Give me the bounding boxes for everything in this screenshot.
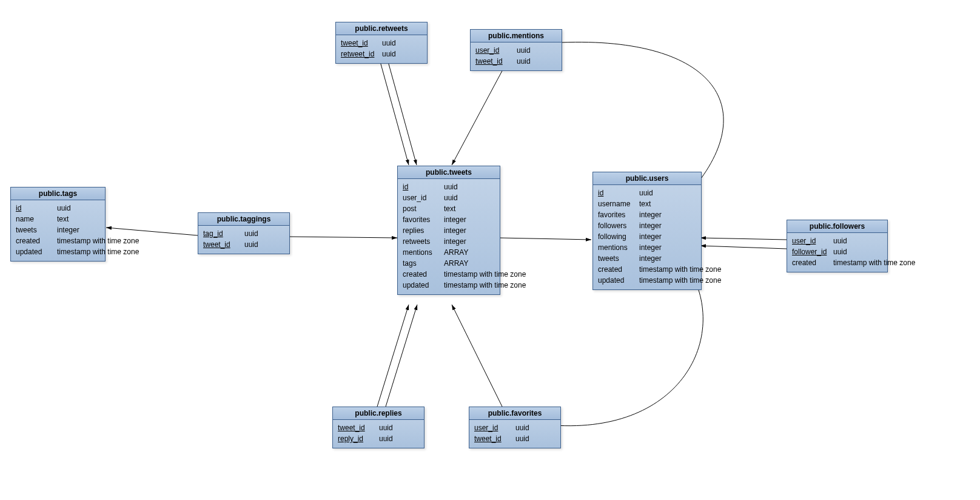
column-row: createdtimestamp with time zone [792,257,882,268]
entity-mentions[interactable]: public.mentions user_iduuidtweet_iduuid [470,29,562,71]
column-type: ARRAY [444,247,468,258]
column-row: iduuid [403,181,495,192]
column-name: user_id [403,192,438,203]
column-name: follower_id [792,246,827,257]
column-type: uuid [517,45,531,56]
column-type: integer [444,214,466,225]
column-name: user_id [474,422,509,433]
column-name: retweets [403,236,438,247]
entity-taggings[interactable]: public.taggings tag_iduuidtweet_iduuid [198,212,290,254]
column-name: updated [598,275,633,286]
entity-replies[interactable]: public.replies tweet_iduuidreply_iduuid [332,407,425,448]
column-row: tweetsinteger [598,253,696,264]
column-row: follower_iduuid [792,246,882,257]
column-name: favorites [598,209,633,220]
column-name: tweet_id [203,239,238,250]
column-row: tweet_iduuid [475,56,557,67]
column-row: updatedtimestamp with time zone [598,275,696,286]
column-name: id [598,187,633,198]
column-name: created [403,269,438,280]
column-row: tagsARRAY [403,258,495,269]
entity-body: tag_iduuidtweet_iduuid [198,226,289,254]
entity-body: iduuidnametexttweetsintegercreatedtimest… [11,200,105,261]
column-type: uuid [517,56,531,67]
column-type: uuid [382,38,396,49]
column-type: integer [444,236,466,247]
entity-users[interactable]: public.users iduuidusernametextfavorites… [592,172,702,290]
column-row: iduuid [598,187,696,198]
entity-header: public.favorites [469,407,560,420]
column-type: uuid [57,203,71,214]
column-type: timestamp with time zone [444,280,526,291]
column-type: text [444,203,455,214]
column-name: created [598,264,633,275]
column-row: user_iduuid [474,422,555,433]
column-type: integer [639,231,662,242]
entity-header: public.users [593,172,701,185]
column-row: tag_iduuid [203,228,284,239]
column-name: mentions [598,242,633,253]
column-name: created [792,257,827,268]
column-row: user_iduuid [403,192,495,203]
column-name: reply_id [338,433,373,444]
column-type: integer [639,220,662,231]
column-name: updated [16,246,51,257]
column-row: updatedtimestamp with time zone [403,280,495,291]
column-row: usernametext [598,198,696,209]
column-name: user_id [475,45,511,56]
entity-followers[interactable]: public.followers user_iduuidfollower_idu… [787,220,888,272]
column-name: following [598,231,633,242]
column-type: uuid [639,187,653,198]
column-type: timestamp with time zone [833,257,915,268]
column-name: tweet_id [474,433,509,444]
column-row: followersinteger [598,220,696,231]
column-type: uuid [444,181,458,192]
column-row: tweet_iduuid [474,433,555,444]
column-name: tags [403,258,438,269]
column-row: tweet_iduuid [341,38,422,49]
entity-header: public.followers [787,220,887,233]
column-type: integer [639,209,662,220]
column-name: favorites [403,214,438,225]
column-name: post [403,203,438,214]
column-row: user_iduuid [475,45,557,56]
column-name: id [403,181,438,192]
column-type: uuid [833,235,847,246]
entity-retweets[interactable]: public.retweets tweet_iduuidretweet_iduu… [335,22,428,64]
entity-header: public.mentions [471,30,562,42]
column-row: favoritesinteger [598,209,696,220]
column-type: uuid [833,246,847,257]
entity-body: iduuidusernametextfavoritesintegerfollow… [593,185,701,289]
entity-tweets[interactable]: public.tweets iduuiduser_iduuidposttextf… [397,166,500,295]
entity-body: user_iduuidtweet_iduuid [469,420,560,448]
column-type: timestamp with time zone [57,246,139,257]
column-name: retweet_id [341,49,376,59]
entity-header: public.replies [333,407,424,420]
column-name: username [598,198,633,209]
column-row: followinginteger [598,231,696,242]
column-type: uuid [244,228,258,239]
column-name: mentions [403,247,438,258]
entity-favorites[interactable]: public.favorites user_iduuidtweet_iduuid [469,407,561,448]
column-type: integer [57,225,79,235]
column-type: uuid [379,422,393,433]
column-type: uuid [515,433,529,444]
column-row: updatedtimestamp with time zone [16,246,100,257]
entity-tags[interactable]: public.tags iduuidnametexttweetsintegerc… [10,187,106,262]
entity-body: tweet_iduuidreply_iduuid [333,420,424,448]
column-row: nametext [16,214,100,225]
column-type: integer [639,242,662,253]
column-type: uuid [515,422,529,433]
column-type: timestamp with time zone [639,275,721,286]
entity-header: public.taggings [198,213,289,226]
entity-header: public.tweets [398,166,500,179]
column-name: created [16,235,51,246]
column-row: createdtimestamp with time zone [16,235,100,246]
column-row: mentionsinteger [598,242,696,253]
column-name: user_id [792,235,827,246]
column-name: tweets [598,253,633,264]
column-type: integer [639,253,662,264]
column-name: tweet_id [338,422,373,433]
column-name: tag_id [203,228,238,239]
column-type: text [57,214,69,225]
